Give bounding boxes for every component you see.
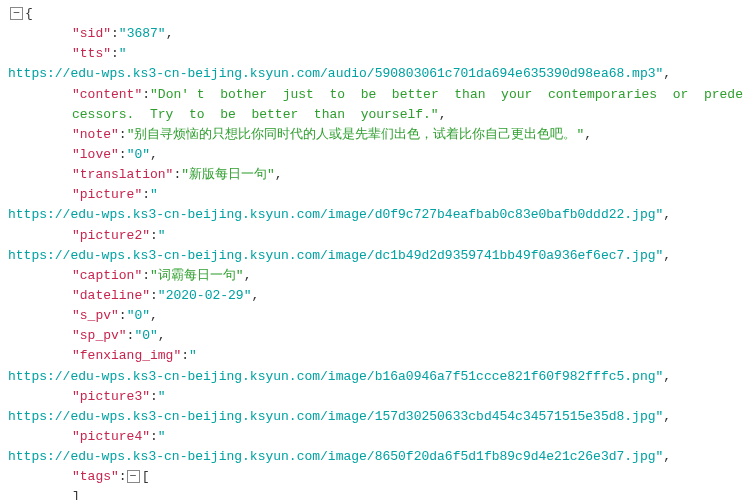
row-love: "love":"0", (8, 145, 748, 165)
key-s-pv: "s_pv" (72, 308, 119, 323)
tags-close: ] (8, 487, 748, 500)
value-translation: "新版每日一句" (181, 167, 275, 182)
row-picture3: "picture3":" (8, 387, 748, 407)
key-fenxiang-img: "fenxiang_img" (72, 348, 181, 363)
value-picture2-url: https://edu-wps.ks3-cn-beijing.ksyun.com… (8, 246, 748, 266)
value-tts-url: https://edu-wps.ks3-cn-beijing.ksyun.com… (8, 64, 748, 84)
bracket-close: ] (72, 489, 80, 500)
key-sp-pv: "sp_pv" (72, 328, 127, 343)
row-sid: "sid":"3687", (8, 24, 748, 44)
value-s-pv: "0" (127, 308, 150, 323)
key-picture4: "picture4" (72, 429, 150, 444)
row-tts: "tts":" (8, 44, 748, 64)
row-tags: "tags":−[ (8, 467, 748, 487)
key-picture2: "picture2" (72, 228, 150, 243)
value-picture3-url: https://edu-wps.ks3-cn-beijing.ksyun.com… (8, 407, 748, 427)
row-translation: "translation":"新版每日一句", (8, 165, 748, 185)
key-note: "note" (72, 127, 119, 142)
value-content: "Don' t bother just to be better than yo… (72, 87, 743, 122)
brace-open: { (25, 6, 33, 21)
key-love: "love" (72, 147, 119, 162)
row-s-pv: "s_pv":"0", (8, 306, 748, 326)
value-love: "0" (127, 147, 150, 162)
value-note: "别自寻烦恼的只想比你同时代的人或是先辈们出色，试着比你自己更出色吧。" (127, 127, 585, 142)
row-content: "content":"Don' t bother just to be bett… (8, 85, 748, 125)
row-picture: "picture":" (8, 185, 748, 205)
object-open[interactable]: −{ (8, 4, 748, 24)
row-caption: "caption":"词霸每日一句", (8, 266, 748, 286)
value-fenxiang-img-url: https://edu-wps.ks3-cn-beijing.ksyun.com… (8, 367, 748, 387)
value-picture4-url: https://edu-wps.ks3-cn-beijing.ksyun.com… (8, 447, 748, 467)
key-tags: "tags" (72, 469, 119, 484)
key-content: "content" (72, 87, 142, 102)
key-sid: "sid" (72, 26, 111, 41)
value-sid: "3687" (119, 26, 166, 41)
row-sp-pv: "sp_pv":"0", (8, 326, 748, 346)
collapse-icon[interactable]: − (127, 470, 140, 483)
key-picture3: "picture3" (72, 389, 150, 404)
value-caption: "词霸每日一句" (150, 268, 244, 283)
row-picture4: "picture4":" (8, 427, 748, 447)
row-note: "note":"别自寻烦恼的只想比你同时代的人或是先辈们出色，试着比你自己更出色… (8, 125, 748, 145)
key-translation: "translation" (72, 167, 173, 182)
key-caption: "caption" (72, 268, 142, 283)
value-dateline: "2020-02-29" (158, 288, 252, 303)
row-fenxiang-img: "fenxiang_img":" (8, 346, 748, 366)
value-picture-url: https://edu-wps.ks3-cn-beijing.ksyun.com… (8, 205, 748, 225)
collapse-icon[interactable]: − (10, 7, 23, 20)
key-dateline: "dateline" (72, 288, 150, 303)
value-sp-pv: "0" (134, 328, 157, 343)
key-picture: "picture" (72, 187, 142, 202)
bracket-open: [ (142, 469, 150, 484)
row-dateline: "dateline":"2020-02-29", (8, 286, 748, 306)
key-tts: "tts" (72, 46, 111, 61)
row-picture2: "picture2":" (8, 226, 748, 246)
